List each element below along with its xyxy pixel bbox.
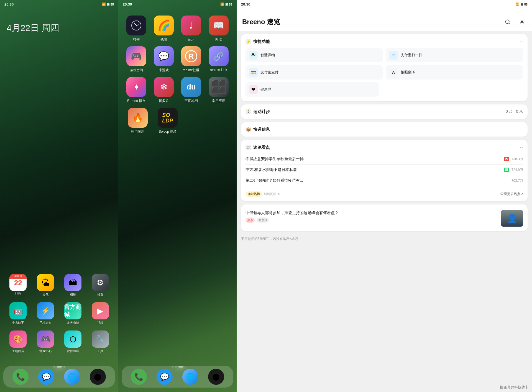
big-news-card[interactable]: 中俄领导人都将参加，拜登主持的这场峰会有何看点？ 热点 新京报 👤 <box>241 204 528 231</box>
health-icon: ❤ <box>249 85 258 94</box>
phonemanager-icon: ⚡ <box>37 302 54 319</box>
status-time-1: 20:30 <box>4 2 14 6</box>
drawer-hot[interactable]: 🔥 热门应用 <box>126 108 150 134</box>
app-gamecenter[interactable]: 🎮 游戏中心 <box>34 330 57 353</box>
big-news-content: 中俄领导人都将参加，拜登主持的这场峰会有何看点？ 热点 新京报 👤 <box>245 210 523 227</box>
drawer-breeno[interactable]: ✦ Breeno 指令 <box>124 77 149 103</box>
app-theme[interactable]: 🎨 主题商店 <box>7 330 29 353</box>
dock-1: 📞 💬 🌐 ⬤ <box>3 366 115 388</box>
app-drawer-panel: 20:30 📶 ▣ 55 时钟 🌈 钱包 ♩ <box>118 0 237 392</box>
steps-title: 运动计步 <box>253 109 270 114</box>
app-label-theme: 主题商店 <box>12 349 24 353</box>
dock-camera[interactable]: ⬤ <box>90 369 106 385</box>
bottom-promo: 不再使用的5元纸币，若没有这2处标记 <box>241 234 528 242</box>
quick-functions-header: ⚡ 快捷功能 ⋯ <box>245 39 523 45</box>
app-label-weather: 天气 <box>42 293 48 297</box>
quick-item-zhihui[interactable]: 👁 智慧识物 <box>245 48 383 62</box>
steps-icon: 🚶 <box>245 109 251 114</box>
translate-icon: A <box>389 68 398 77</box>
drawer-clock[interactable]: 时钟 <box>124 16 149 42</box>
app-gallery[interactable]: 🏔 相册 <box>62 274 84 297</box>
weather-icon: 🌤 <box>37 274 54 291</box>
search-icon <box>505 19 510 25</box>
news-icon: 📰 <box>245 145 251 150</box>
app-tools[interactable]: 🔧 工具 <box>89 330 111 353</box>
drawer-soloop[interactable]: SOLDP Soloop 即录 <box>155 108 180 134</box>
read-icon: 📖 <box>209 16 229 35</box>
quick-item-alipay-pay[interactable]: 💳 支付宝支付 <box>245 65 383 80</box>
dock2-message[interactable]: 💬 <box>157 369 173 385</box>
drawer-realme[interactable]: R realme社区 <box>179 46 203 73</box>
app-label-video: 视频 <box>97 321 103 325</box>
news-menu[interactable]: ⋯ <box>518 144 523 150</box>
drawer-gamespace[interactable]: 🎮 游戏空间 <box>124 46 149 73</box>
app-label-settings: 设置 <box>97 293 103 297</box>
status-icons-2: 📶 ▣ 55 <box>220 2 232 6</box>
drawer-wallet[interactable]: 🌈 钱包 <box>152 16 176 42</box>
drawer-read[interactable]: 📖 阅读 <box>206 16 231 42</box>
news-item-2[interactable]: 中方:核废水排海不是日本私事 新 724.9万 <box>245 165 523 175</box>
dock-phone[interactable]: 📞 <box>12 369 29 385</box>
news-item-1[interactable]: 不得故意安排学生单独坐最后一排 热 738.3万 <box>245 154 523 165</box>
dock-browser[interactable]: 🌐 <box>64 369 80 385</box>
express-title: 快递信息 <box>253 127 270 132</box>
dock-message[interactable]: 💬 <box>38 369 54 385</box>
baidu-icon: du <box>181 77 201 97</box>
express-card[interactable]: 📦 快递信息 <box>241 122 528 137</box>
drawer-minigame[interactable]: 💬 小游戏 <box>152 46 176 73</box>
drawer-row-4: 🔥 热门应用 SOLDP Soloop 即录 <box>123 108 232 134</box>
big-news-tags: 热点 新京报 <box>245 217 498 223</box>
wallet-icon: 🌈 <box>154 16 174 35</box>
app-calendar[interactable]: 星期四 22 日历 <box>7 274 29 297</box>
quick-item-health[interactable]: ❤ 健康码 <box>245 82 379 97</box>
breeno-icon: ✦ <box>126 77 146 97</box>
dock2-camera[interactable]: ⬤ <box>208 369 224 385</box>
new-badge-2: 新 <box>504 168 509 172</box>
search-button[interactable] <box>503 17 512 26</box>
quick-item-translate[interactable]: A 拍照翻译 <box>386 65 523 80</box>
gallery-icon: 🏔 <box>64 274 81 291</box>
breeno-panel: 20:30 📶 ▣ 55 Breeno 速览 <box>237 0 532 392</box>
gamespace-icon: 🎮 <box>126 46 146 66</box>
app-weather[interactable]: 🌤 天气 <box>34 274 57 297</box>
update-time: 刚刚更新 <box>264 192 276 196</box>
news-item-3[interactable]: 第二针预约难？如何看待疫苗有... 703.7万 <box>245 175 523 186</box>
hot-badge-1: 热 <box>504 157 509 161</box>
app-phonemanager[interactable]: ⚡ 手机管家 <box>34 302 57 325</box>
drawer-baidu[interactable]: du 百度地图 <box>179 77 203 103</box>
zhihui-icon: 👁 <box>249 51 258 60</box>
svg-line-1 <box>509 23 510 24</box>
dock2-browser[interactable]: 🌐 <box>182 369 198 385</box>
dock2-phone[interactable]: 📞 <box>131 369 147 385</box>
app-assistant[interactable]: 🤖 小布助手 <box>7 302 29 325</box>
app-label-gallery: 相册 <box>70 293 76 297</box>
app-label-software: 软件商店 <box>67 349 79 353</box>
app-software[interactable]: ⬡ 软件商店 <box>62 330 84 353</box>
drawer-pinduoduo[interactable]: ❄ 拼多多 <box>152 77 176 103</box>
status-time-2: 20:30 <box>123 2 132 6</box>
svg-point-0 <box>506 20 509 24</box>
status-bar-1: 20:30 📶 ▣ 55 <box>0 0 118 7</box>
calendar-icon: 星期四 22 <box>9 274 27 291</box>
drawer-music[interactable]: ♩ 音乐 <box>179 16 203 42</box>
assistant-icon: 🤖 <box>9 302 27 319</box>
rank-badge: 实时热榜 <box>245 191 262 197</box>
more-news-link[interactable]: 查看更多热点 > <box>500 192 523 196</box>
alipay-pay-icon: 💳 <box>249 68 258 77</box>
status-time-3: 20:30 <box>241 2 250 6</box>
quick-item-alipay-scan[interactable]: ≡ 支付宝扫一扫 <box>386 48 523 62</box>
home-screen-panel: 20:30 📶 ▣ 55 4月22日 周四 星期四 22 日历 🌤 <box>0 0 118 392</box>
app-row-1: 星期四 22 日历 🌤 天气 🏔 相册 ⚙ <box>4 274 114 297</box>
news-title: 速览看点 <box>253 145 270 150</box>
breeno-content: ⚡ 快捷功能 ⋯ 👁 智慧识物 ≡ 支付宝扫一扫 <box>237 31 532 392</box>
quick-functions-menu[interactable]: ⋯ <box>518 39 523 45</box>
user-button[interactable] <box>518 17 526 26</box>
app-row-3: 🎨 主题商店 🎮 游戏中心 ⬡ 软件商店 🔧 工具 <box>4 330 114 353</box>
app-store[interactable]: 官方商城 欢太商城 <box>62 302 84 325</box>
app-settings[interactable]: ⚙ 设置 <box>89 274 111 297</box>
drawer-common[interactable]: ⬛⬛⬛⬛ 常用应用 <box>206 77 231 103</box>
music-icon: ♩ <box>181 16 201 35</box>
app-video[interactable]: ▶ 视频 <box>89 302 111 325</box>
drawer-link[interactable]: 🔗 realme Link <box>206 46 231 73</box>
status-icons-1: 📶 ▣ 55 <box>102 2 114 6</box>
